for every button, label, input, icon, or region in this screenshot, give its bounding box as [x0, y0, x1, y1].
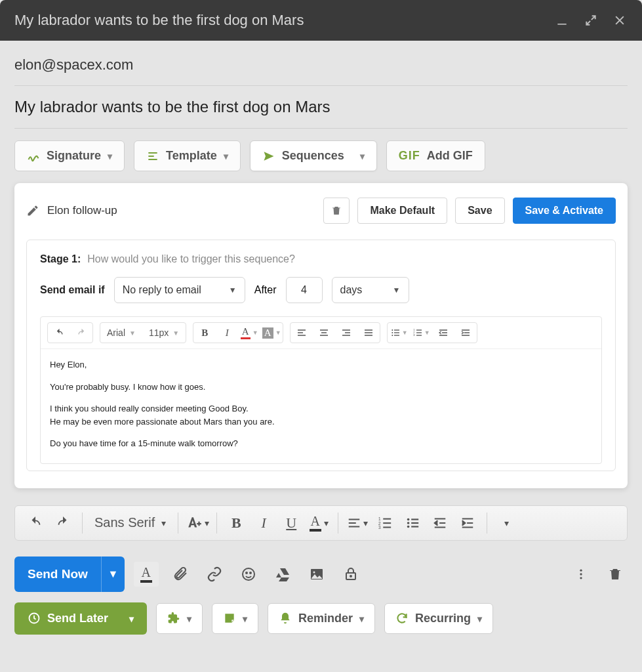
puzzle-icon — [167, 612, 180, 625]
trigger-value: No reply to email — [123, 284, 201, 296]
outdent-icon[interactable] — [432, 323, 454, 343]
extras-row: Send Later Reminder Recurring — [0, 592, 642, 649]
redo-icon[interactable] — [50, 511, 75, 536]
undo-icon[interactable] — [48, 323, 70, 343]
stage-hint: How would you like to trigger this seque… — [87, 253, 295, 265]
svg-rect-24 — [411, 526, 418, 527]
chevron-down-icon — [108, 149, 112, 163]
svg-rect-0 — [557, 24, 566, 25]
font-size-icon[interactable] — [185, 511, 210, 536]
make-default-button[interactable]: Make Default — [357, 198, 447, 224]
svg-point-3 — [391, 335, 393, 336]
bullet-list-icon[interactable]: ▼ — [388, 323, 410, 343]
puzzle-button[interactable] — [156, 603, 203, 634]
indent-icon[interactable] — [455, 511, 480, 536]
number-list-icon[interactable]: 123 — [372, 511, 397, 536]
stage-box: Stage 1: How would you like to trigger t… — [26, 240, 616, 471]
text-color-icon[interactable]: A — [306, 511, 331, 536]
sequence-name[interactable]: Elon follow-up — [47, 204, 117, 217]
bold-icon[interactable]: B — [193, 323, 216, 343]
text-color-tool-icon[interactable]: A — [134, 562, 159, 587]
recurring-button[interactable]: Recurring — [384, 603, 493, 634]
after-input[interactable]: 4 — [286, 277, 323, 303]
window-title: My labrador wants to be the first dog on… — [14, 12, 304, 29]
align-icon[interactable] — [345, 511, 370, 536]
bullet-list-icon[interactable] — [400, 511, 425, 536]
gif-icon: GIF — [399, 149, 420, 163]
trigger-row: Send email if No reply to email ▼ After … — [40, 277, 602, 303]
to-field[interactable]: elon@spacex.com — [14, 50, 628, 86]
editor-body[interactable]: Hey Elon, You're probably busy. I know h… — [41, 349, 601, 463]
after-value: 4 — [301, 284, 307, 296]
body-line: He may be even more passionate about Mar… — [50, 415, 592, 429]
highlight-icon[interactable]: A▼ — [260, 323, 283, 343]
align-justify-icon[interactable] — [357, 323, 380, 343]
send-now-label: Send Now — [14, 556, 101, 592]
close-icon[interactable] — [612, 12, 628, 28]
more-format-icon[interactable] — [494, 511, 519, 536]
font-select[interactable]: Arial▼ — [100, 323, 142, 343]
stage-label: Stage 1: — [40, 253, 81, 265]
more-icon[interactable] — [569, 562, 593, 587]
body-line: You're probably busy. I know how it goes… — [50, 381, 592, 394]
svg-rect-23 — [411, 522, 418, 523]
svg-rect-6 — [394, 335, 399, 335]
drive-icon[interactable] — [270, 562, 295, 587]
size-select[interactable]: 11px▼ — [142, 323, 186, 343]
note-button[interactable] — [212, 603, 258, 634]
chevron-down-icon — [359, 612, 364, 625]
redo-icon[interactable] — [70, 323, 92, 343]
signature-button[interactable]: Signature — [14, 140, 125, 171]
send-now-dropdown[interactable]: ▼ — [101, 556, 125, 592]
template-button[interactable]: Template — [134, 140, 241, 171]
svg-point-26 — [246, 572, 247, 574]
italic-icon[interactable]: I — [251, 511, 276, 536]
align-right-icon[interactable] — [335, 323, 357, 343]
save-activate-button[interactable]: Save & Activate — [513, 198, 616, 224]
svg-point-21 — [407, 525, 410, 528]
indent-icon[interactable] — [454, 323, 477, 343]
svg-point-31 — [350, 576, 351, 577]
pencil-icon[interactable] — [26, 204, 39, 217]
text-color-icon[interactable]: A▼ — [238, 323, 260, 343]
bold-icon[interactable]: B — [224, 511, 249, 536]
delete-button[interactable] — [323, 198, 350, 224]
svg-rect-18 — [384, 526, 391, 528]
discard-icon[interactable] — [603, 562, 628, 587]
align-left-icon[interactable] — [291, 323, 313, 343]
confidential-icon[interactable] — [338, 562, 363, 587]
svg-point-33 — [580, 573, 582, 575]
recurring-icon — [395, 612, 409, 625]
chevron-down-icon — [243, 612, 247, 625]
send-now-button[interactable]: Send Now ▼ — [14, 556, 125, 592]
sequences-button[interactable]: Sequences — [250, 140, 377, 171]
svg-point-1 — [391, 329, 393, 331]
link-icon[interactable] — [202, 562, 227, 587]
svg-rect-12 — [416, 335, 422, 335]
titlebar: My labrador wants to be the first dog on… — [0, 0, 642, 41]
undo-icon[interactable] — [23, 511, 48, 536]
reminder-button[interactable]: Reminder — [268, 603, 375, 634]
image-icon[interactable] — [304, 562, 329, 587]
underline-icon[interactable]: U — [279, 511, 304, 536]
add-gif-button[interactable]: GIF Add GIF — [386, 140, 485, 171]
add-gif-label: Add GIF — [427, 149, 473, 163]
main-toolbar: Sans Serif B I U A 123 — [14, 505, 628, 541]
attachment-icon[interactable] — [168, 562, 193, 587]
font-family-select[interactable]: Sans Serif — [89, 515, 171, 530]
sequences-icon — [262, 150, 275, 163]
body-line: Hey Elon, — [50, 358, 592, 371]
align-center-icon[interactable] — [313, 323, 335, 343]
number-list-icon[interactable]: 123▼ — [410, 323, 432, 343]
trigger-select[interactable]: No reply to email ▼ — [114, 277, 245, 303]
minimize-icon[interactable] — [554, 12, 570, 28]
save-button[interactable]: Save — [455, 198, 504, 224]
unit-select[interactable]: days ▼ — [332, 277, 409, 303]
italic-icon[interactable]: I — [216, 323, 238, 343]
expand-icon[interactable] — [583, 12, 599, 28]
subject-field[interactable]: My labrador wants to be the first dog on… — [14, 86, 628, 129]
send-later-button[interactable]: Send Later — [14, 602, 147, 635]
emoji-icon[interactable] — [236, 562, 261, 587]
outdent-icon[interactable] — [428, 511, 452, 536]
chevron-down-icon — [224, 149, 228, 163]
